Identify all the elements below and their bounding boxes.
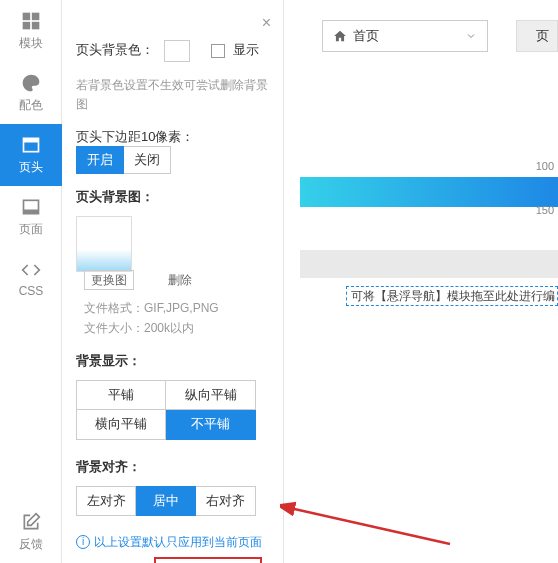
info-icon: i [76,535,90,549]
nav-preview-bar [300,250,558,278]
header-icon [21,135,41,155]
apply-all-pages-button[interactable]: 应用到所有页面 [154,557,262,563]
bgcolor-hint: 若背景色设置不生效可尝试删除背景图 [76,76,269,114]
sidebar: 模块 配色 页头 页面 CSS 反馈 [0,0,62,563]
bgimg-thumbnail[interactable] [76,216,132,272]
show-checkbox[interactable] [211,44,225,58]
sidebar-item-feedback[interactable]: 反馈 [0,501,62,563]
chevron-down-icon [465,30,477,42]
bgcolor-label: 页头背景色： [76,42,154,57]
sidebar-label: CSS [19,284,44,298]
ruler-mark-150: 150 [536,204,554,216]
close-icon[interactable]: × [262,14,271,32]
no-tile-button[interactable]: 不平铺 [166,410,256,440]
bgcolor-swatch[interactable] [164,40,190,62]
code-icon [21,260,41,280]
settings-panel: × 页头背景色： 显示 若背景色设置不生效可尝试删除背景图 页头下边距10像素：… [62,0,284,563]
svg-rect-0 [23,12,31,20]
palette-icon [21,73,41,93]
svg-rect-2 [23,21,31,29]
bg-display-section-title: 背景显示： [76,352,269,370]
tile-button-group: 平铺 纵向平铺 横向平铺 不平铺 [76,380,258,440]
page-dropdown[interactable]: 首页 [322,20,488,52]
align-center-button[interactable]: 居中 [136,486,196,516]
sidebar-label: 模块 [19,35,43,52]
home-icon [333,29,347,43]
sidebar-label: 页头 [19,159,43,176]
sidebar-item-page[interactable]: 页面 [0,186,62,248]
align-right-button[interactable]: 右对齐 [196,486,256,516]
tile-button[interactable]: 平铺 [76,380,166,410]
side-button[interactable]: 页 [516,20,558,52]
sidebar-label: 配色 [19,97,43,114]
sidebar-label: 反馈 [19,536,43,553]
sidebar-item-color[interactable]: 配色 [0,62,62,124]
bgimg-section-title: 页头背景图： [76,188,269,206]
ruler-mark-100: 100 [536,160,554,172]
svg-rect-3 [32,21,40,29]
info-note: i 以上设置默认只应用到当前页面 [76,534,269,551]
tile-h-button[interactable]: 横向平铺 [76,410,166,440]
margin-on-button[interactable]: 开启 [76,146,124,174]
svg-rect-5 [24,138,39,142]
sidebar-item-css[interactable]: CSS [0,248,62,310]
grid-icon [21,11,41,31]
align-left-button[interactable]: 左对齐 [76,486,136,516]
replace-img-button[interactable]: 更换图 [84,270,134,290]
file-size-label: 文件大小： [84,321,144,335]
margin-label: 页头下边距10像素： [76,129,194,144]
page-icon [21,197,41,217]
header-preview-bar [300,177,558,207]
edit-icon [21,512,41,532]
drop-zone-hint: 可将【悬浮导航】模块拖至此处进行编 [346,286,558,306]
delete-img-button[interactable]: 删除 [168,273,192,287]
sidebar-item-module[interactable]: 模块 [0,0,62,62]
dropdown-label: 首页 [353,27,379,45]
align-button-group: 左对齐 居中 右对齐 [76,486,269,516]
file-size-value: 200k以内 [144,321,194,335]
margin-off-button[interactable]: 关闭 [124,146,171,174]
file-format-label: 文件格式： [84,301,144,315]
svg-rect-1 [32,12,40,20]
sidebar-item-header[interactable]: 页头 [0,124,62,186]
show-label: 显示 [233,42,259,57]
svg-rect-7 [24,209,39,213]
tile-v-button[interactable]: 纵向平铺 [166,380,256,410]
preview-area: 首页 页 100 150 可将【悬浮导航】模块拖至此处进行编 [300,0,558,563]
file-format-value: GIF,JPG,PNG [144,301,219,315]
sidebar-label: 页面 [19,221,43,238]
bg-align-section-title: 背景对齐： [76,458,269,476]
info-note-text: 以上设置默认只应用到当前页面 [94,534,262,551]
